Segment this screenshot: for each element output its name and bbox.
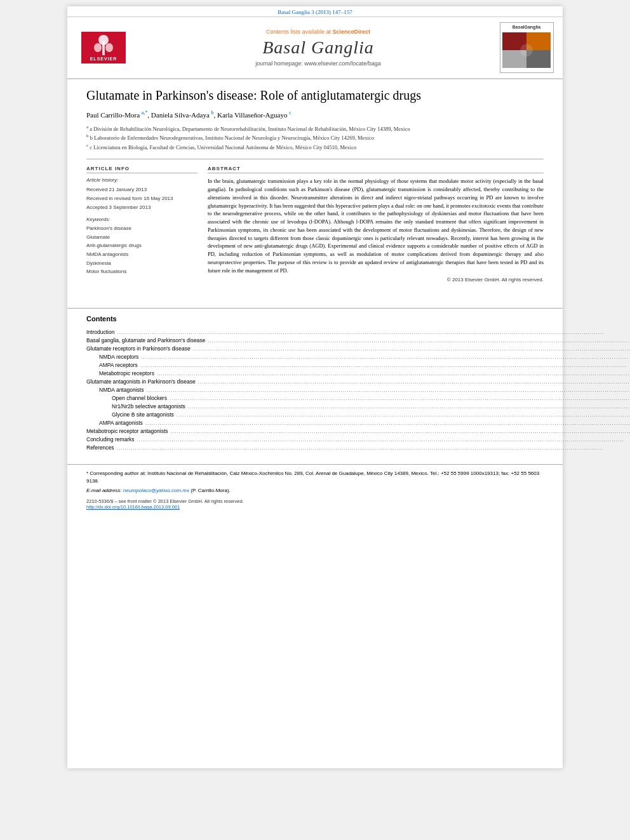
- email-note: E-mail address: neuropolaco@yahoo.com.mx…: [86, 487, 544, 495]
- toc-row: Concluding remarks......................…: [86, 435, 630, 443]
- keyword-6: Motor fluctuations: [86, 267, 198, 276]
- keyword-5: Dyskinesia: [86, 259, 198, 268]
- toc-label: AMPA antagonists: [99, 420, 144, 426]
- sciencedirect-text: Contents lists available at ScienceDirec…: [138, 29, 498, 35]
- keyword-1: Parkinson's disease: [86, 224, 198, 233]
- contents-heading: Contents: [86, 315, 544, 323]
- page: Basal Ganglia 3 (2013) 147–157 ELSEVIER …: [67, 6, 563, 768]
- received-date-2: Received in revised form 16 May 2013: [86, 194, 198, 203]
- received-date-1: Received 21 January 2013: [86, 185, 198, 194]
- elsevier-logo-rect: ELSEVIER: [81, 32, 126, 63]
- toc-table: Introduction............................…: [86, 328, 630, 451]
- toc-item: Glutamate receptors in Parkinson's disea…: [86, 345, 630, 352]
- affiliation-b: b b Laboratorio de Enfermedades Neurodeg…: [86, 133, 544, 142]
- two-col-section: Article Info Article history: Received 2…: [86, 159, 544, 283]
- toc-label: Glutamate receptors in Parkinson's disea…: [86, 345, 192, 352]
- toc-item: AMPA antagonists........................…: [99, 420, 630, 426]
- journal-top-bar: Basal Ganglia 3 (2013) 147–157: [67, 6, 563, 17]
- toc-label: Metabotropic receptors: [99, 370, 156, 377]
- affiliation-c: c c Licenciatura en Biología, Facultad d…: [86, 142, 544, 152]
- toc-dots: ........................................…: [168, 396, 630, 401]
- section-divider: [67, 308, 563, 309]
- journal-logo-right: BasalGanglia: [498, 22, 555, 73]
- keywords-label: Keywords:: [86, 217, 198, 222]
- keyword-3: Anti-glutamatergic drugs: [86, 241, 198, 250]
- toc-item: Concluding remarks......................…: [86, 436, 630, 443]
- doi-link[interactable]: http://dx.doi.org/10.1016/j.baga.2013.09…: [86, 504, 180, 510]
- toc-dots: ........................................…: [192, 346, 630, 352]
- article-history-label: Article history:: [86, 177, 198, 183]
- journal-title-center: Contents lists available at ScienceDirec…: [138, 22, 498, 73]
- journal-header: ELSEVIER Contents lists available at Sci…: [67, 17, 563, 79]
- toc-label: Open channel blockers: [112, 395, 168, 401]
- doi-line[interactable]: http://dx.doi.org/10.1016/j.baga.2013.09…: [86, 504, 544, 510]
- toc-dots: ........................................…: [136, 437, 630, 443]
- toc-item: NMDA receptors..........................…: [99, 354, 630, 360]
- toc-dots: ........................................…: [170, 429, 630, 434]
- toc-label: Concluding remarks: [86, 436, 136, 443]
- journal-homepage: journal homepage: www.elsevier.com/locat…: [138, 60, 498, 67]
- elsevier-tree-icon: [92, 35, 115, 57]
- toc-dots: ........................................…: [144, 420, 630, 426]
- email-label: E-mail address:: [86, 488, 122, 493]
- keywords-list: Parkinson's disease Glutamate Anti-gluta…: [86, 224, 198, 276]
- toc-row: Metabotropic receptors..................…: [86, 369, 630, 377]
- accepted-date: Accepted 3 September 2013: [86, 203, 198, 212]
- authors-text: Paul Carrillo-Mora a,*, Daniela Silva-Ad…: [86, 111, 292, 119]
- contents-section: Contents Introduction...................…: [67, 315, 563, 451]
- article-dates: Received 21 January 2013 Received in rev…: [86, 185, 198, 211]
- toc-row: NMDA receptors..........................…: [86, 352, 630, 361]
- toc-item: Metabotropic receptors..................…: [99, 370, 630, 377]
- toc-dots: ........................................…: [175, 412, 630, 418]
- toc-row: Open channel blockers...................…: [86, 394, 630, 402]
- abstract-heading: Abstract: [208, 166, 544, 173]
- journal-citation: Basal Ganglia 3 (2013) 147–157: [278, 9, 352, 15]
- keyword-4: NMDA antagonists: [86, 250, 198, 259]
- email-person: (P. Carrillo-Mora).: [191, 488, 231, 493]
- article-content: Glutamate in Parkinson's disease: Role o…: [67, 79, 563, 302]
- bg-logo-label: BasalGanglia: [513, 25, 540, 29]
- elsevier-label: ELSEVIER: [90, 57, 117, 61]
- email-link[interactable]: neuropolaco@yahoo.com.mx: [123, 488, 189, 493]
- bg-logo-image: [502, 32, 551, 68]
- toc-label: Introduction: [86, 329, 116, 335]
- copyright: © 2013 Elsevier GmbH. All rights reserve…: [208, 277, 544, 283]
- toc-dots: ........................................…: [187, 404, 630, 410]
- toc-row: Metabotropic receptor antagonists.......…: [86, 427, 630, 435]
- toc-dots: ........................................…: [197, 379, 630, 385]
- toc-row: AMPA antagonists........................…: [86, 418, 630, 427]
- elsevier-logo: ELSEVIER: [75, 22, 132, 73]
- basal-ganglia-logo: BasalGanglia: [500, 22, 554, 73]
- toc-label: Basal ganglia, glutamate and Parkinson's…: [86, 337, 206, 343]
- toc-item: Glutamate antagonists in Parkinson's dis…: [86, 378, 630, 385]
- toc-row: Basal ganglia, glutamate and Parkinson's…: [86, 336, 630, 344]
- article-info-col: Article Info Article history: Received 2…: [86, 166, 198, 283]
- svg-rect-3: [102, 41, 105, 55]
- svg-point-1: [94, 43, 102, 52]
- article-info-heading: Article Info: [86, 166, 198, 173]
- toc-row: References..............................…: [86, 443, 630, 451]
- toc-dots: ........................................…: [145, 387, 630, 393]
- svg-point-2: [105, 43, 113, 52]
- toc-dots: ........................................…: [115, 445, 630, 451]
- toc-item: Introduction............................…: [86, 329, 630, 335]
- toc-label: Glycine B site antagonists: [112, 411, 175, 418]
- toc-dots: ........................................…: [116, 330, 630, 335]
- toc-dots: ........................................…: [140, 354, 630, 360]
- abstract-text: In the brain, glutamatergic transmission…: [208, 177, 544, 274]
- toc-item: AMPA receptors..........................…: [99, 362, 630, 368]
- sciencedirect-link: ScienceDirect: [333, 29, 371, 35]
- toc-label: References: [86, 444, 115, 451]
- affiliations: a a División de Rehabilitación Neurológi…: [86, 124, 544, 152]
- toc-item: NMDA antagonists........................…: [99, 387, 630, 393]
- toc-row: Glycine B site antagonists..............…: [86, 410, 630, 418]
- toc-item: Glycine B site antagonists..............…: [112, 411, 630, 418]
- footnotes: * Corresponding author at: Instituto Nac…: [67, 464, 563, 516]
- issn-line: 2210-5336/$ – see front matter © 2013 El…: [86, 498, 544, 504]
- issn-text: 2210-5336/$ – see front matter © 2013 El…: [86, 498, 244, 504]
- toc-item: Basal ganglia, glutamate and Parkinson's…: [86, 337, 630, 343]
- corresponding-author-text: * Corresponding author at: Instituto Nac…: [86, 470, 539, 484]
- toc-dots: ........................................…: [156, 371, 630, 377]
- toc-label: AMPA receptors: [99, 362, 139, 368]
- authors: Paul Carrillo-Mora a,*, Daniela Silva-Ad…: [86, 110, 544, 119]
